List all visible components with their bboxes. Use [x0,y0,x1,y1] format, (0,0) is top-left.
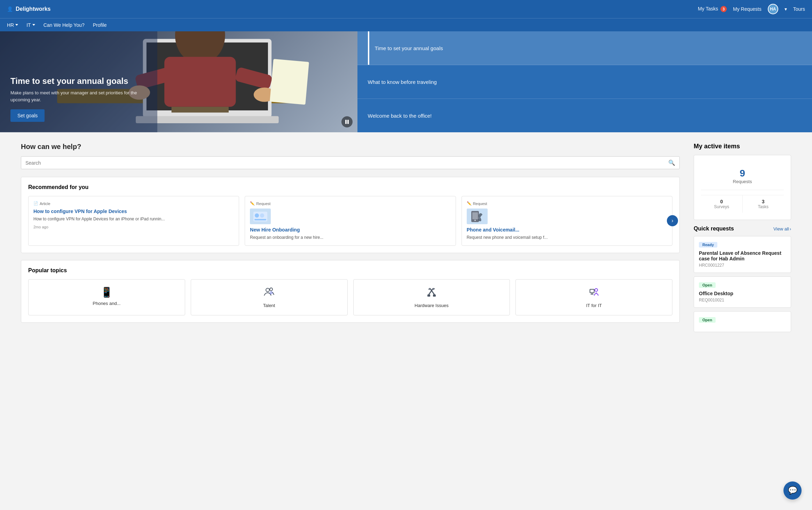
svg-rect-18 [254,219,266,220]
svg-rect-13 [345,120,347,124]
view-all-link[interactable]: View all › [773,226,791,232]
nav-profile[interactable]: Profile [93,22,107,28]
svg-rect-27 [427,295,430,297]
surveys-number: 0 [701,199,742,204]
qr-id-1: HRC0001227 [699,263,786,268]
my-tasks-label: My Tasks [698,6,718,11]
hero-sidebar-item-2[interactable]: What to know before traveling [357,65,812,99]
recommended-title: Recommended for you [28,184,672,190]
quick-request-item-3[interactable]: Open [694,311,791,332]
svg-rect-20 [472,212,478,219]
tours-link[interactable]: Tours [793,6,805,12]
svg-point-16 [255,213,259,218]
recommended-section: Recommended for you 📄 Article How to con… [21,177,680,253]
avatar[interactable]: HA [768,4,778,14]
rec-card-title-2: New Hire Onboarding [250,227,450,233]
requests-number: 9 [701,168,784,179]
topic-label-hardware: Hardware Issues [415,303,449,308]
dropdown-arrow[interactable]: ▾ [785,6,787,12]
topic-card-it[interactable]: IT for IT [515,279,672,315]
top-bar-right: My Tasks 3 My Requests HA ▾ Tours [698,4,805,14]
topic-card-hardware[interactable]: Hardware Issues [353,279,510,315]
my-requests-link[interactable]: My Requests [733,6,762,12]
nav-profile-label: Profile [93,22,107,28]
status-badge-open-2: Open [699,317,716,323]
topic-card-phones[interactable]: 📱 Phones and... [28,279,185,315]
chevron-right-icon: › [790,226,791,232]
set-goals-button[interactable]: Set goals [10,109,45,122]
tools-icon [426,287,437,298]
qr-title-2: Office Desktop [699,291,786,296]
top-bar-left: 👤 Delightworks [7,6,50,12]
search-box[interactable]: 🔍 [21,156,680,169]
search-input[interactable] [25,160,668,166]
hero-overlay: Time to set your annual goals Make plans… [0,31,157,132]
status-badge-open-1: Open [699,282,716,288]
topic-label-phones: Phones and... [93,301,120,306]
rec-card-img-2 [250,209,271,224]
nav-can-we-help[interactable]: Can We Help You? [44,22,85,28]
hero-sidebar-label-3: Welcome back to the office! [368,113,432,119]
hero-sidebar: Time to set your annual goals What to kn… [357,31,812,132]
main-left: How can we help? 🔍 Recommended for you 📄… [21,143,694,336]
rec-card-1[interactable]: 📄 Article How to configure VPN for Apple… [28,196,239,246]
topic-label-it: IT for IT [586,303,602,308]
hero-banner: Time to set your annual goals Make plans… [0,31,812,132]
requests-label: Requests [701,179,784,184]
talent-topic-icon [263,287,275,300]
quick-request-item-1[interactable]: Ready Parental Leave of Absence Request … [694,236,791,273]
top-bar: 👤 Delightworks My Tasks 3 My Requests HA… [0,0,812,18]
rec-card-desc-1: How to configure VPN for Apple Devices f… [33,216,234,222]
svg-rect-12 [270,59,309,105]
rec-card-type-1: 📄 Article [33,201,234,206]
topics-grid: 📱 Phones and... Talent [28,279,672,315]
svg-point-31 [595,289,598,291]
my-tasks-link[interactable]: My Tasks 3 [698,6,727,12]
user-icon: 👤 [7,6,13,12]
it-for-it-icon [589,287,600,298]
tasks-count-item[interactable]: 3 Tasks [743,195,784,213]
hero-sidebar-item-1[interactable]: Time to set your annual goals [357,31,812,65]
my-requests-label: My Requests [733,6,762,12]
hero-sidebar-label-1: Time to set your annual goals [375,45,443,51]
chevron-down-icon [32,24,35,26]
talent-icon [263,287,275,298]
hardware-topic-icon [426,287,437,300]
logo[interactable]: Delightworks [16,6,50,12]
nav-it-label: IT [26,22,31,28]
svg-rect-5 [164,57,236,107]
onboarding-illustration [252,210,269,223]
chevron-down-icon [15,24,18,26]
topic-card-talent[interactable]: Talent [191,279,348,315]
hero-title: Time to set your annual goals [10,76,147,86]
rec-card-title-3: Phone and Voicemail... [467,227,667,233]
avatar-initials: HA [770,7,776,11]
svg-point-23 [270,288,273,291]
quick-request-item-2[interactable]: Open Office Desktop REQ0010021 [694,276,791,308]
pause-icon [345,119,349,124]
hero-subtitle: Make plans to meet with your manager and… [10,89,147,103]
it-topic-icon [589,287,600,300]
svg-point-21 [474,220,476,221]
topic-label-talent: Talent [263,303,275,308]
active-bar [368,31,369,65]
next-button[interactable]: › [667,215,678,226]
nav-hr[interactable]: HR [7,22,18,28]
nav-it[interactable]: IT [26,22,35,28]
popular-topics-title: Popular topics [28,267,672,274]
svg-point-35 [596,292,597,293]
hero-sidebar-item-3[interactable]: Welcome back to the office! [357,99,812,132]
main-content: How can we help? 🔍 Recommended for you 📄… [0,132,812,346]
help-section-title: How can we help? [21,143,680,151]
popular-topics-section: Popular topics 📱 Phones and... [21,260,680,323]
qr-id-2: REQ0010021 [699,298,786,303]
sub-counts: 0 Surveys 3 Tasks [701,195,784,213]
surveys-count-item[interactable]: 0 Surveys [701,195,743,213]
rec-card-3[interactable]: ✏️ Request Phone and Voicemail... [462,196,672,246]
rec-card-date-1: 2mo ago [33,225,234,229]
view-all-label: View all [773,226,789,232]
active-items-card: 9 Requests 0 Surveys 3 Tasks [694,155,791,220]
rec-card-2[interactable]: ✏️ Request New Hire Onboarding Reque [245,196,456,246]
rec-card-img-3 [467,209,488,224]
pause-button[interactable] [341,116,353,127]
